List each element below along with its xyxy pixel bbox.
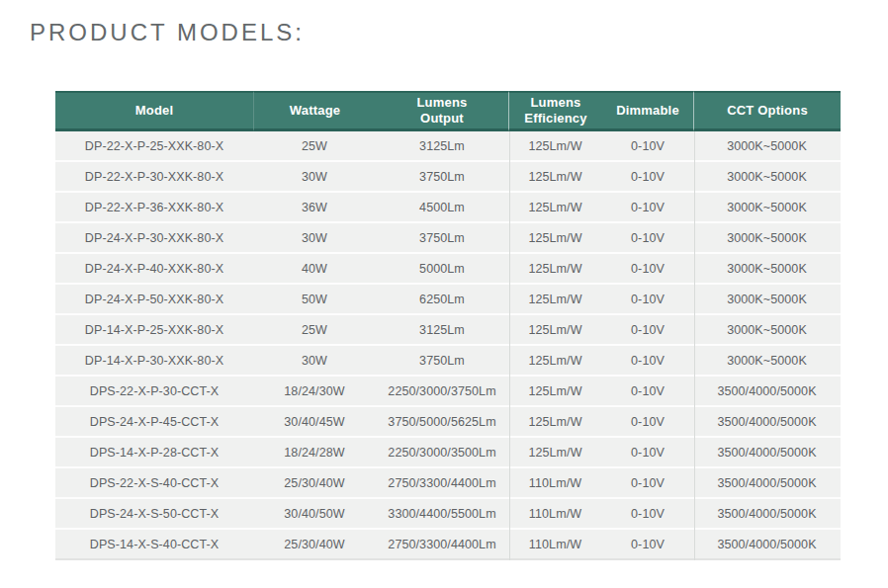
cell-lumens-output: 2750/3300/4400Lm	[376, 468, 508, 499]
cell-lumens-output: 3125Lm	[376, 131, 508, 162]
cell-cct-options: 3000K~5000K	[693, 285, 841, 315]
table-row: DP-22-X-P-30-XXK-80-X30W3750Lm125Lm/W0-1…	[55, 162, 841, 193]
cell-lumens-output: 2250/3000/3750Lm	[376, 377, 508, 407]
table-row: DP-24-X-P-50-XXK-80-X50W6250Lm125Lm/W0-1…	[55, 285, 841, 315]
cell-model: DPS-22-X-P-30-CCT-X	[55, 377, 253, 407]
column-divider-cct-options	[694, 131, 695, 560]
product-table: Model Wattage Lumens Output Lumens Effic…	[55, 91, 841, 560]
cell-dimmable: 0-10V	[602, 223, 693, 254]
cell-lumens-efficiency: 125Lm/W	[508, 131, 602, 162]
table-row: DP-24-X-P-40-XXK-80-X40W5000Lm125Lm/W0-1…	[55, 254, 841, 285]
header-cell-lumens-output: Lumens Output	[376, 91, 508, 131]
cell-wattage: 25W	[253, 315, 376, 346]
cell-lumens-output: 3750Lm	[376, 162, 508, 193]
header-cell-wattage: Wattage	[253, 91, 376, 131]
cell-lumens-efficiency: 125Lm/W	[508, 438, 602, 468]
cell-model: DP-22-X-P-36-XXK-80-X	[55, 193, 253, 223]
cell-lumens-output: 5000Lm	[376, 254, 508, 285]
cell-lumens-output: 6250Lm	[376, 285, 508, 315]
cell-model: DP-24-X-P-50-XXK-80-X	[55, 285, 253, 315]
table-row: DP-22-X-P-36-XXK-80-X36W4500Lm125Lm/W0-1…	[55, 193, 841, 223]
cell-lumens-efficiency: 110Lm/W	[508, 468, 602, 499]
cell-dimmable: 0-10V	[602, 131, 693, 162]
cell-dimmable: 0-10V	[602, 530, 693, 560]
cell-wattage: 25/30/40W	[253, 530, 376, 560]
cell-model: DP-24-X-P-30-XXK-80-X	[55, 223, 253, 254]
cell-lumens-efficiency: 125Lm/W	[508, 254, 602, 285]
cell-model: DP-22-X-P-25-XXK-80-X	[55, 131, 253, 162]
cell-lumens-output: 3750/5000/5625Lm	[376, 407, 508, 438]
cell-wattage: 30W	[253, 223, 376, 254]
cell-cct-options: 3000K~5000K	[693, 193, 841, 223]
cell-lumens-efficiency: 125Lm/W	[508, 162, 602, 193]
table-row: DPS-22-X-P-30-CCT-X18/24/30W2250/3000/37…	[55, 377, 841, 407]
table-row: DPS-14-X-S-40-CCT-X25/30/40W2750/3300/44…	[55, 530, 841, 560]
cell-model: DP-14-X-P-25-XXK-80-X	[55, 315, 253, 346]
cell-dimmable: 0-10V	[602, 315, 693, 346]
cell-cct-options: 3500/4000/5000K	[693, 438, 841, 468]
cell-lumens-efficiency: 125Lm/W	[508, 223, 602, 254]
cell-lumens-efficiency: 125Lm/W	[508, 193, 602, 223]
cell-lumens-output: 3750Lm	[376, 346, 508, 377]
cell-lumens-output: 2250/3000/3500Lm	[376, 438, 508, 468]
table-row: DPS-24-X-S-50-CCT-X30/40/50W3300/4400/55…	[55, 499, 841, 530]
cell-cct-options: 3500/4000/5000K	[693, 468, 841, 499]
product-models-table: Model Wattage Lumens Output Lumens Effic…	[55, 91, 841, 560]
header-cell-cct-options: CCT Options	[693, 91, 841, 131]
cell-lumens-output: 2750/3300/4400Lm	[376, 530, 508, 560]
cell-dimmable: 0-10V	[602, 438, 693, 468]
cell-cct-options: 3000K~5000K	[693, 162, 841, 193]
cell-wattage: 30/40/45W	[253, 407, 376, 438]
cell-dimmable: 0-10V	[602, 468, 693, 499]
table-row: DP-24-X-P-30-XXK-80-X30W3750Lm125Lm/W0-1…	[55, 223, 841, 254]
table-header: Model Wattage Lumens Output Lumens Effic…	[55, 91, 841, 131]
table-body: DP-22-X-P-25-XXK-80-X25W3125Lm125Lm/W0-1…	[55, 131, 841, 560]
page: PRODUCT MODELS: Model Wattage Lumens Out…	[0, 0, 888, 588]
table-header-row: Model Wattage Lumens Output Lumens Effic…	[55, 91, 841, 131]
cell-dimmable: 0-10V	[602, 162, 693, 193]
cell-cct-options: 3500/4000/5000K	[693, 407, 841, 438]
cell-model: DPS-24-X-S-50-CCT-X	[55, 499, 253, 530]
table-row: DP-14-X-P-30-XXK-80-X30W3750Lm125Lm/W0-1…	[55, 346, 841, 377]
cell-wattage: 25W	[253, 131, 376, 162]
table-row: DP-22-X-P-25-XXK-80-X25W3125Lm125Lm/W0-1…	[55, 131, 841, 162]
cell-lumens-output: 3125Lm	[376, 315, 508, 346]
table-row: DPS-24-X-P-45-CCT-X30/40/45W3750/5000/56…	[55, 407, 841, 438]
cell-wattage: 25/30/40W	[253, 468, 376, 499]
cell-lumens-output: 4500Lm	[376, 193, 508, 223]
cell-wattage: 30W	[253, 162, 376, 193]
cell-dimmable: 0-10V	[602, 377, 693, 407]
cell-wattage: 30W	[253, 346, 376, 377]
cell-wattage: 36W	[253, 193, 376, 223]
cell-wattage: 18/24/30W	[253, 377, 376, 407]
page-title: PRODUCT MODELS:	[30, 19, 305, 46]
cell-dimmable: 0-10V	[602, 346, 693, 377]
cell-dimmable: 0-10V	[602, 254, 693, 285]
cell-model: DP-22-X-P-30-XXK-80-X	[55, 162, 253, 193]
header-cell-dimmable: Dimmable	[602, 91, 693, 131]
cell-cct-options: 3500/4000/5000K	[693, 499, 841, 530]
cell-dimmable: 0-10V	[602, 285, 693, 315]
cell-lumens-efficiency: 125Lm/W	[508, 285, 602, 315]
cell-lumens-efficiency: 110Lm/W	[508, 530, 602, 560]
cell-model: DP-14-X-P-30-XXK-80-X	[55, 346, 253, 377]
cell-dimmable: 0-10V	[602, 407, 693, 438]
cell-lumens-efficiency: 110Lm/W	[508, 499, 602, 530]
cell-model: DPS-14-X-P-28-CCT-X	[55, 438, 253, 468]
table-row: DP-14-X-P-25-XXK-80-X25W3125Lm125Lm/W0-1…	[55, 315, 841, 346]
cell-wattage: 30/40/50W	[253, 499, 376, 530]
cell-wattage: 18/24/28W	[253, 438, 376, 468]
cell-model: DPS-24-X-P-45-CCT-X	[55, 407, 253, 438]
column-divider-lumens-efficiency	[509, 131, 510, 560]
cell-cct-options: 3500/4000/5000K	[693, 377, 841, 407]
cell-lumens-efficiency: 125Lm/W	[508, 377, 602, 407]
cell-lumens-efficiency: 125Lm/W	[508, 315, 602, 346]
cell-dimmable: 0-10V	[602, 193, 693, 223]
cell-cct-options: 3000K~5000K	[693, 131, 841, 162]
cell-cct-options: 3000K~5000K	[693, 223, 841, 254]
cell-model: DPS-22-X-S-40-CCT-X	[55, 468, 253, 499]
cell-wattage: 40W	[253, 254, 376, 285]
header-cell-lumens-efficiency: Lumens Efficiency	[508, 91, 602, 131]
cell-lumens-output: 3750Lm	[376, 223, 508, 254]
cell-model: DPS-14-X-S-40-CCT-X	[55, 530, 253, 560]
